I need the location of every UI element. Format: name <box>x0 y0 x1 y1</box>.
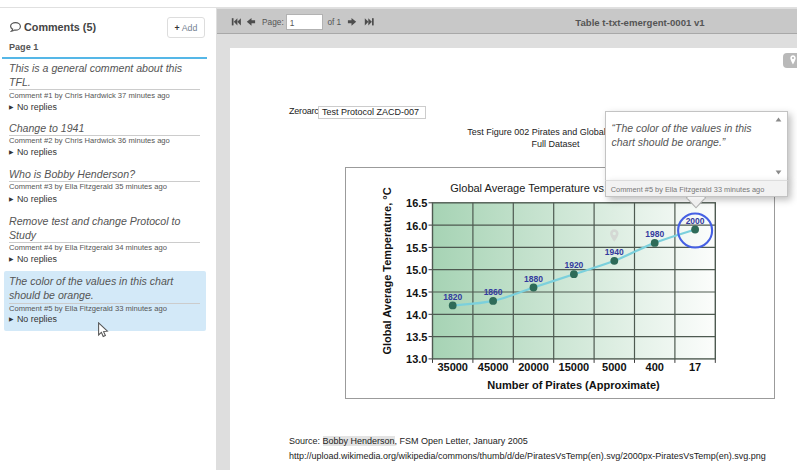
svg-text:13.5: 13.5 <box>406 331 427 343</box>
svg-text:1980: 1980 <box>645 229 664 239</box>
svg-text:15.5: 15.5 <box>406 242 427 254</box>
svg-text:45000: 45000 <box>478 361 509 373</box>
svg-text:14.5: 14.5 <box>406 287 427 299</box>
svg-text:1820: 1820 <box>443 292 462 302</box>
svg-text:35000: 35000 <box>437 361 468 373</box>
svg-text:400: 400 <box>646 361 664 373</box>
svg-text:20000: 20000 <box>518 361 549 373</box>
svg-text:15.0: 15.0 <box>406 264 427 276</box>
svg-text:15000: 15000 <box>559 361 590 373</box>
svg-text:16.5: 16.5 <box>406 197 427 209</box>
svg-text:1860: 1860 <box>484 287 503 297</box>
svg-text:2000: 2000 <box>686 216 705 226</box>
svg-text:17: 17 <box>689 361 701 373</box>
svg-text:16.0: 16.0 <box>406 220 427 232</box>
svg-text:1880: 1880 <box>524 274 543 284</box>
svg-text:Global Average Temperature, °C: Global Average Temperature, °C <box>381 187 393 354</box>
svg-text:13.0: 13.0 <box>406 353 427 365</box>
svg-text:Number of Pirates (Approximate: Number of Pirates (Approximate) <box>487 379 660 391</box>
svg-text:14.0: 14.0 <box>406 309 427 321</box>
svg-text:5000: 5000 <box>602 361 626 373</box>
svg-text:1920: 1920 <box>564 260 583 270</box>
svg-text:1940: 1940 <box>605 247 624 257</box>
